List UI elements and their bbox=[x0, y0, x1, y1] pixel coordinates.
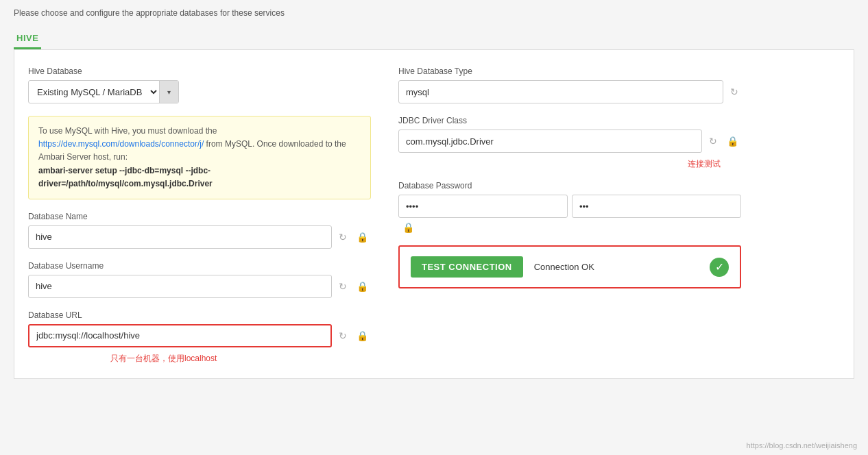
hive-database-section: Hive Database Existing MySQL / MariaDB N… bbox=[28, 66, 371, 103]
dropdown-arrow-button[interactable]: ▾ bbox=[159, 81, 178, 103]
db-type-refresh-button[interactable]: ↻ bbox=[727, 85, 741, 99]
right-column: Hive Database Type ↻ JDBC Driver Class ↻ bbox=[398, 66, 741, 365]
db-password-lock-button[interactable]: 🔒 bbox=[400, 221, 417, 234]
hive-database-label: Hive Database bbox=[28, 66, 371, 76]
refresh-icon: ↻ bbox=[339, 232, 347, 243]
db-name-lock-button[interactable]: 🔒 bbox=[354, 230, 371, 244]
db-url-input[interactable] bbox=[28, 324, 332, 347]
hive-database-select[interactable]: Existing MySQL / MariaDB New MySQL Datab… bbox=[29, 81, 159, 103]
db-username-section: Database Username ↻ 🔒 bbox=[28, 261, 371, 298]
db-name-input[interactable] bbox=[28, 225, 332, 249]
info-command: ambari-server setup --jdbc-db=mysql --jd… bbox=[38, 166, 213, 188]
footer-url: https://blog.csdn.net/weijiaisheng bbox=[747, 441, 857, 450]
connection-ok-icon: ✓ bbox=[710, 258, 729, 277]
db-url-refresh-button[interactable]: ↻ bbox=[336, 329, 350, 343]
hive-database-dropdown[interactable]: Existing MySQL / MariaDB New MySQL Datab… bbox=[28, 80, 179, 103]
jdbc-driver-input[interactable] bbox=[398, 130, 702, 153]
lock-icon: 🔒 bbox=[357, 232, 368, 243]
db-username-label: Database Username bbox=[28, 261, 371, 271]
refresh-icon-3: ↻ bbox=[339, 330, 347, 341]
lock-icon-5: 🔒 bbox=[402, 222, 414, 233]
lock-icon-2: 🔒 bbox=[357, 281, 368, 292]
db-username-refresh-button[interactable]: ↻ bbox=[336, 280, 350, 293]
db-url-section: Database URL ↻ 🔒 bbox=[28, 310, 371, 347]
info-link[interactable]: https://dev.mysql.com/downloads/connecto… bbox=[38, 139, 204, 149]
jdbc-driver-refresh-button[interactable]: ↻ bbox=[706, 134, 720, 148]
refresh-icon-2: ↻ bbox=[339, 281, 347, 292]
db-type-input[interactable] bbox=[398, 80, 723, 103]
connection-ok-text: Connection OK bbox=[534, 262, 699, 272]
db-name-section: Database Name ↻ 🔒 bbox=[28, 212, 371, 249]
db-username-lock-button[interactable]: 🔒 bbox=[354, 280, 371, 293]
connection-test-annotation: 连接测试 bbox=[398, 158, 721, 170]
url-annotation: 只有一台机器，使用localhost bbox=[110, 353, 371, 365]
info-box: To use MySQL with Hive, you must downloa… bbox=[28, 116, 371, 199]
jdbc-driver-lock-button[interactable]: 🔒 bbox=[724, 134, 741, 148]
db-type-section: Hive Database Type ↻ bbox=[398, 66, 741, 103]
db-password-input[interactable] bbox=[398, 195, 568, 218]
page-description: Please choose and configure the appropri… bbox=[14, 8, 854, 18]
refresh-icon-5: ↻ bbox=[709, 136, 717, 147]
db-name-refresh-button[interactable]: ↻ bbox=[336, 230, 350, 244]
db-password-confirm-input[interactable] bbox=[572, 195, 741, 218]
db-username-input[interactable] bbox=[28, 275, 332, 298]
db-type-label: Hive Database Type bbox=[398, 66, 741, 76]
db-url-lock-button[interactable]: 🔒 bbox=[354, 329, 371, 343]
test-connection-box: TEST CONNECTION Connection OK ✓ bbox=[398, 245, 741, 288]
test-connection-button[interactable]: TEST CONNECTION bbox=[411, 256, 523, 278]
check-icon: ✓ bbox=[715, 260, 724, 273]
db-password-label: Database Password bbox=[398, 181, 741, 190]
left-column: Hive Database Existing MySQL / MariaDB N… bbox=[28, 66, 371, 365]
refresh-icon-4: ↻ bbox=[730, 86, 738, 97]
content-card: Hive Database Existing MySQL / MariaDB N… bbox=[14, 50, 854, 379]
info-text-prefix: To use MySQL with Hive, you must downloa… bbox=[38, 126, 217, 136]
tab-bar: HIVE bbox=[14, 27, 854, 50]
jdbc-driver-label: JDBC Driver Class bbox=[398, 116, 741, 125]
db-name-label: Database Name bbox=[28, 212, 371, 221]
tab-hive[interactable]: HIVE bbox=[14, 27, 41, 49]
db-password-section: Database Password 🔒 bbox=[398, 181, 741, 234]
lock-icon-3: 🔒 bbox=[357, 330, 368, 341]
jdbc-driver-section: JDBC Driver Class ↻ 🔒 连接测试 bbox=[398, 116, 741, 170]
db-url-label: Database URL bbox=[28, 310, 371, 320]
chevron-down-icon: ▾ bbox=[167, 88, 171, 96]
lock-icon-4: 🔒 bbox=[727, 136, 738, 147]
